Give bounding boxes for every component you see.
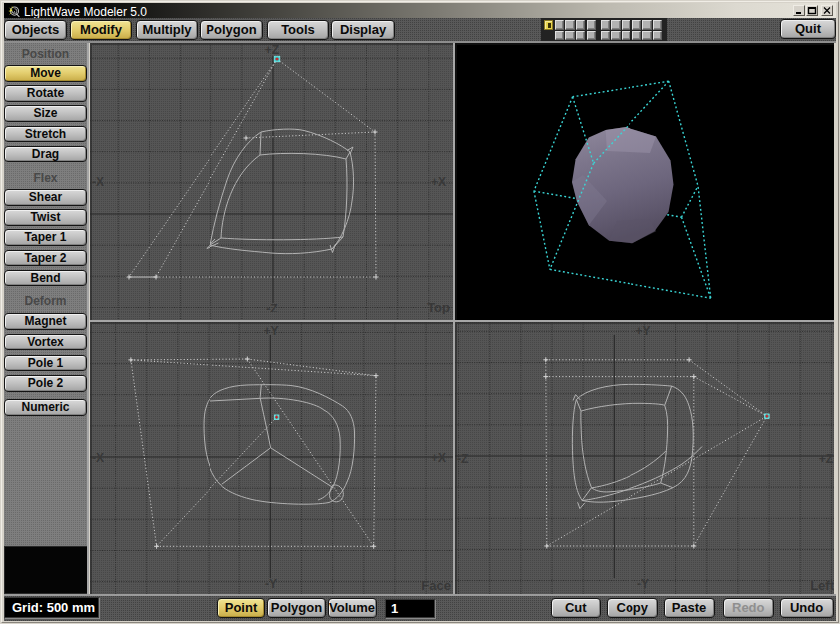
svg-text:-X: -X [92, 451, 104, 465]
svg-text:Face: Face [421, 578, 451, 593]
svg-text:Left: Left [810, 578, 834, 593]
svg-text:+Z: +Z [265, 43, 279, 57]
svg-text:+Z: +Z [819, 452, 833, 466]
svg-text:+Y: +Y [635, 324, 650, 338]
svg-text:Top: Top [427, 300, 450, 314]
svg-text:+X: +X [431, 175, 446, 189]
svg-text:-Y: -Y [637, 577, 649, 591]
svg-text:-Z: -Z [266, 302, 277, 315]
svg-text:-Z: -Z [457, 452, 468, 466]
svg-text:+Y: +Y [263, 324, 278, 338]
svg-text:+X: +X [431, 451, 446, 465]
svg-text:-Y: -Y [265, 577, 277, 591]
svg-text:-X: -X [92, 175, 104, 189]
